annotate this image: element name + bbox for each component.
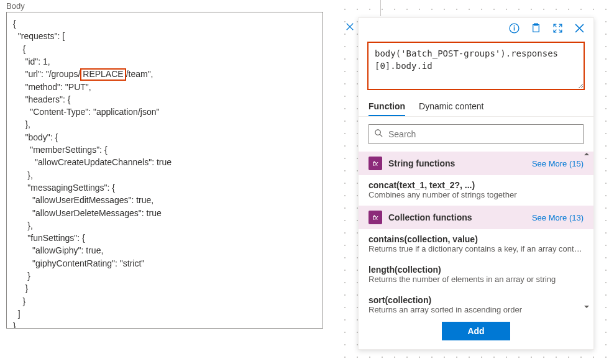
- see-more-link[interactable]: See More (15): [532, 159, 584, 168]
- tab-dynamic-content[interactable]: Dynamic content: [419, 96, 483, 116]
- see-more-link[interactable]: See More (13): [532, 213, 584, 222]
- expression-editor-panel: body('Batch_POST-groups').responses[0].b…: [358, 17, 594, 350]
- fx-icon: fx: [369, 157, 382, 170]
- svg-point-1: [514, 25, 515, 27]
- section-title: String functions: [388, 158, 455, 168]
- tab-function[interactable]: Function: [369, 96, 405, 116]
- body-label: Body: [6, 1, 329, 11]
- expression-input[interactable]: body('Batch_POST-groups').responses[0].b…: [367, 42, 585, 90]
- close-panel-icon[interactable]: [346, 22, 354, 33]
- function-item-concat[interactable]: concat(text_1, text_2?, ...) Combines an…: [359, 175, 593, 206]
- panel-toolbar: [359, 18, 593, 39]
- fx-icon: fx: [369, 211, 382, 224]
- function-desc: Returns true if a dictionary contains a …: [369, 244, 584, 253]
- search-input[interactable]: [388, 129, 578, 139]
- function-item-sort[interactable]: sort(collection) Returns an array sorted…: [359, 290, 593, 316]
- svg-rect-3: [533, 25, 539, 32]
- code-post: /team", "method": "PUT", "headers": { "C…: [13, 69, 172, 329]
- scroll-down-icon[interactable]: [584, 302, 590, 312]
- clipboard-icon[interactable]: [531, 23, 541, 35]
- function-desc: Combines any number of strings together: [369, 190, 584, 199]
- search-icon: [374, 129, 383, 140]
- expand-icon[interactable]: [552, 23, 563, 35]
- replace-token[interactable]: REPLACE: [80, 68, 126, 80]
- function-desc: Returns an array sorted in ascending ord…: [369, 305, 584, 314]
- info-icon[interactable]: [509, 23, 520, 35]
- function-name: contains(collection, value): [369, 234, 584, 244]
- search-box[interactable]: [369, 124, 584, 144]
- function-name: length(collection): [369, 265, 584, 275]
- function-item-length[interactable]: length(collection) Returns the number of…: [359, 260, 593, 290]
- svg-point-5: [375, 130, 380, 135]
- function-desc: Returns the number of elements in an arr…: [369, 275, 584, 284]
- section-string-functions[interactable]: fx String functions See More (15): [359, 152, 593, 175]
- section-collection-functions[interactable]: fx Collection functions See More (13): [359, 206, 593, 229]
- body-input-section: Body { "requests": [ { "id": 1, "url": "…: [6, 1, 329, 329]
- function-name: concat(text_1, text_2?, ...): [369, 180, 584, 190]
- function-item-contains[interactable]: contains(collection, value) Returns true…: [359, 229, 593, 260]
- close-icon[interactable]: [574, 23, 585, 35]
- tabs: Function Dynamic content: [359, 96, 593, 117]
- body-textarea[interactable]: { "requests": [ { "id": 1, "url": "/grou…: [6, 12, 323, 329]
- scroll-up-icon[interactable]: [584, 149, 590, 159]
- section-title: Collection functions: [388, 212, 472, 222]
- svg-rect-2: [514, 27, 515, 30]
- code-pre: { "requests": [ { "id": 1, "url": "/grou…: [13, 19, 80, 79]
- divider: [380, 0, 381, 16]
- function-name: sort(collection): [369, 295, 584, 305]
- add-button[interactable]: Add: [442, 322, 510, 340]
